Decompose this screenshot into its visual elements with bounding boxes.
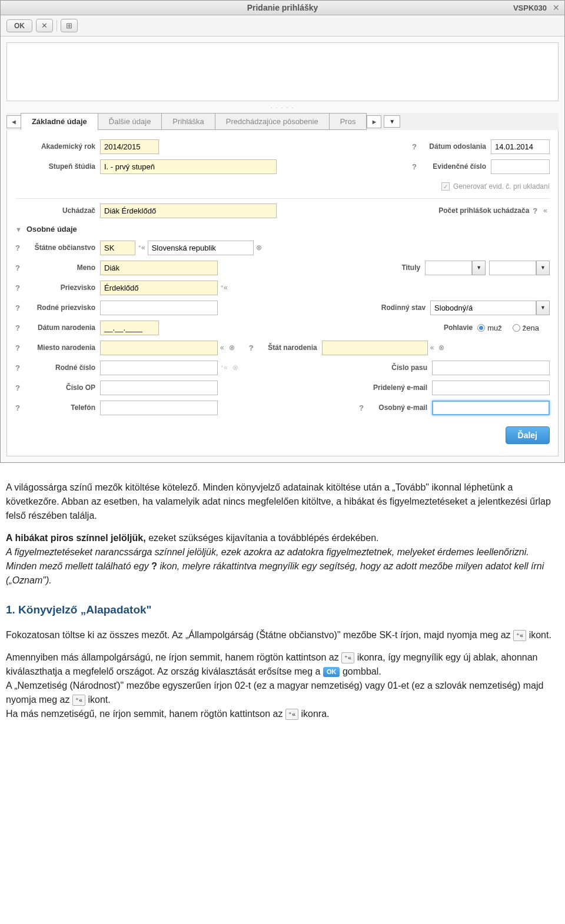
resize-handle[interactable]: · · · · ·: [6, 105, 559, 111]
tab-scroll-left[interactable]: ◄: [6, 115, 21, 128]
lookup-icon[interactable]: ⁺«: [218, 283, 230, 292]
miesto-narodenia-input[interactable]: [100, 341, 218, 355]
doc-text-span: ikont.: [529, 630, 551, 640]
titlebar: Pridanie prihlášky VSPK030 ✕: [1, 1, 564, 15]
datum-odoslania-label: Dátum odoslania: [420, 142, 491, 151]
tab-dropdown[interactable]: ▼: [384, 115, 400, 128]
datum-odoslania-input[interactable]: [491, 139, 550, 154]
help-icon[interactable]: ?: [15, 263, 24, 272]
obcianstvo-code-input[interactable]: [100, 241, 135, 255]
chevrons-icon[interactable]: «: [541, 206, 550, 215]
tab-bar: ◄ Základné údaje Ďalšie údaje Prihláška …: [6, 113, 559, 130]
cislo-pasu-input[interactable]: [432, 361, 550, 375]
evidencne-input[interactable]: [491, 159, 550, 174]
stupen-input[interactable]: [100, 159, 277, 174]
help-icon[interactable]: ?: [15, 283, 24, 292]
lookup-inline-icon: ⁺«: [285, 709, 298, 720]
osobny-email-input[interactable]: [432, 401, 550, 415]
lookup-inline-icon: ⁺«: [341, 652, 354, 663]
pohlavie-label: Pohlavie: [418, 323, 477, 332]
tab-scroll-right[interactable]: ►: [367, 115, 381, 128]
stat-narodenia-input[interactable]: [322, 341, 428, 355]
datum-narodenia-input[interactable]: [100, 321, 159, 335]
chevrons-icon[interactable]: «: [218, 343, 227, 352]
chevrons-icon[interactable]: «: [428, 343, 437, 352]
help-icon[interactable]: ?: [15, 403, 24, 412]
obcianstvo-label: Štátne občianstvo: [24, 243, 100, 252]
dropdown-icon[interactable]: ▼: [472, 261, 486, 275]
akademicky-rok-input[interactable]: [100, 139, 159, 154]
dropdown-icon[interactable]: ▼: [536, 261, 550, 275]
osobne-udaje-title: Osobné údaje: [26, 225, 77, 233]
tab-predchadzajuce[interactable]: Predchádzajúce pôsobenie: [215, 113, 330, 130]
cancel-icon-button[interactable]: ✕: [36, 19, 53, 32]
tituly-input-1[interactable]: [425, 261, 472, 275]
doc-text-span: ezeket szükséges kijavítania a továbblép…: [148, 533, 378, 543]
doc-bold: A hibákat piros színnel jelöljük,: [6, 533, 148, 543]
tab-zakladne-udaje[interactable]: Základné údaje: [21, 113, 98, 130]
dropdown-icon[interactable]: ▼: [536, 301, 550, 315]
lookup-inline-icon: ⁺«: [72, 695, 85, 706]
next-button[interactable]: Ďalej: [506, 426, 550, 444]
help-icon[interactable]: ?: [15, 323, 24, 332]
toolbar: OK ✕ ⊞: [1, 15, 564, 36]
stat-narodenia-label: Štát narodenia: [257, 343, 322, 352]
tab-dalsie-udaje[interactable]: Ďalšie údaje: [98, 113, 162, 130]
clear-icon[interactable]: ⊗: [227, 343, 237, 352]
pocet-label: Počet prihlášok uchádzača: [438, 206, 533, 215]
rodne-priezvisko-input[interactable]: [100, 301, 218, 315]
rodinny-stav-input[interactable]: [430, 301, 536, 315]
help-icon[interactable]: ?: [533, 206, 541, 215]
doc-text-span: Fokozatosan töltse ki az összes mezőt. A…: [6, 630, 513, 640]
help-icon[interactable]: ?: [15, 303, 24, 312]
rodinny-stav-label: Rodinný stav: [371, 303, 430, 312]
toolbar-grid-icon[interactable]: ⊞: [61, 19, 78, 32]
doc-heading: 1. Könyvjelző „Alapadatok": [6, 602, 559, 619]
cislo-op-label: Číslo OP: [24, 383, 100, 392]
help-icon[interactable]: ?: [359, 403, 367, 412]
help-icon[interactable]: ?: [412, 142, 420, 151]
ok-button[interactable]: OK: [6, 19, 32, 32]
priezvisko-label: Priezvisko: [24, 283, 100, 292]
lookup-inline-icon: ⁺«: [513, 630, 526, 641]
pohlavie-zena-radio[interactable]: žena: [513, 323, 539, 332]
doc-paragraph: Abban az esetben, ha valamelyik adat nin…: [6, 496, 551, 521]
doc-text-span: ikont.: [88, 695, 111, 705]
cislo-pasu-label: Číslo pasu: [367, 363, 432, 372]
rodne-cislo-label: Rodné číslo: [24, 363, 100, 372]
generovat-label: Generovať evid. č. pri ukladaní: [453, 182, 550, 191]
help-icon[interactable]: ?: [15, 343, 24, 352]
prideleny-email-label: Pridelený e-mail: [361, 383, 432, 392]
cislo-op-input[interactable]: [100, 381, 218, 395]
meno-input[interactable]: [100, 261, 218, 275]
lookup-icon[interactable]: ⁺«: [135, 243, 148, 252]
prideleny-email-input[interactable]: [432, 381, 550, 395]
clear-icon: ⊗: [230, 363, 241, 372]
doc-text-span: Ha más nemzetiségű, ne írjon semmit, han…: [6, 709, 285, 719]
datum-narodenia-label: Dátum narodenia: [24, 323, 100, 332]
tituly-input-2[interactable]: [489, 261, 536, 275]
clear-icon[interactable]: ⊗: [436, 343, 447, 352]
doc-text-span: ikonra.: [301, 709, 329, 719]
close-icon[interactable]: ✕: [553, 3, 560, 12]
section-toggle-icon[interactable]: ▼: [15, 226, 22, 233]
window-code: VSPK030: [513, 4, 547, 12]
tab-pros[interactable]: Pros: [329, 113, 367, 130]
meno-label: Meno: [24, 263, 100, 272]
help-icon[interactable]: ?: [15, 243, 24, 252]
help-icon[interactable]: ?: [15, 363, 24, 372]
rodne-cislo-input[interactable]: [100, 361, 218, 375]
evidencne-label: Evidenčné číslo: [420, 162, 491, 171]
telefon-label: Telefón: [24, 403, 100, 412]
generovat-checkbox[interactable]: ✓: [441, 182, 450, 191]
obcianstvo-name-input[interactable]: [148, 241, 254, 255]
help-icon[interactable]: ?: [15, 383, 24, 392]
clear-icon[interactable]: ⊗: [254, 243, 264, 252]
help-icon[interactable]: ?: [249, 343, 257, 352]
tab-prihlaska[interactable]: Prihláška: [161, 113, 215, 130]
uchadzac-input[interactable]: [100, 204, 277, 218]
pohlavie-muz-radio[interactable]: muž: [477, 323, 502, 332]
help-icon[interactable]: ?: [412, 162, 420, 171]
priezvisko-input[interactable]: [100, 281, 218, 295]
telefon-input[interactable]: [100, 401, 218, 415]
